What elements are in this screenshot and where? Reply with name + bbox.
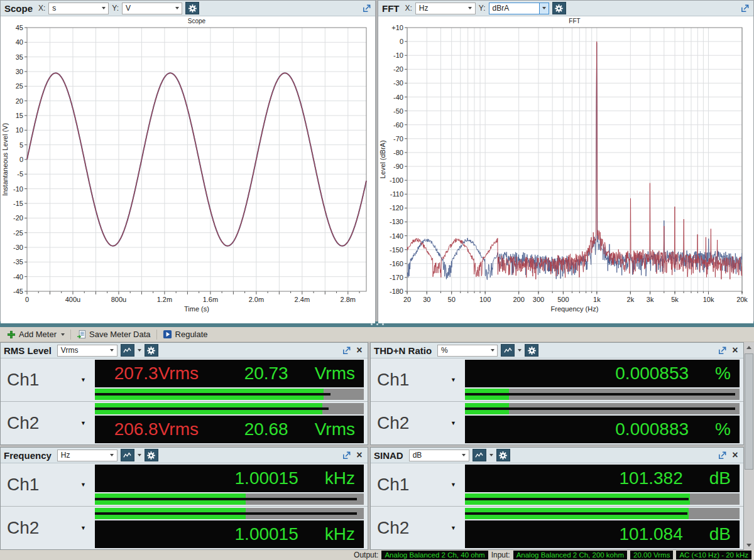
close-icon[interactable]: × xyxy=(354,450,364,460)
meter-graph-button[interactable] xyxy=(473,449,486,461)
channel-selector[interactable]: Ch1 ▼ xyxy=(1,358,94,401)
unit-select-value: Vrms xyxy=(61,346,79,355)
input-level-badge[interactable]: 20.00 Vrms xyxy=(630,551,673,559)
close-icon[interactable]: × xyxy=(354,345,364,355)
fft-x-unit-select[interactable]: Hz xyxy=(415,3,476,14)
close-icon[interactable]: × xyxy=(730,450,740,460)
channel-selector[interactable]: Ch1 ▼ xyxy=(1,463,94,506)
close-icon[interactable]: × xyxy=(730,345,740,355)
meter-unit: Vrms xyxy=(315,419,355,439)
svg-text:-10: -10 xyxy=(393,51,403,59)
svg-text:-20: -20 xyxy=(393,65,403,73)
regulate-button[interactable]: Regulate xyxy=(158,328,212,342)
settings-gear-button[interactable] xyxy=(552,2,566,14)
save-meter-data-button[interactable]: Save Meter Data xyxy=(72,328,155,342)
scope-y-unit-select[interactable]: V xyxy=(122,3,182,14)
channel-selector[interactable]: Ch2 ▼ xyxy=(1,507,94,549)
scrollbar-thumb[interactable] xyxy=(745,353,753,470)
channel-name: Ch2 xyxy=(377,413,409,433)
popout-icon[interactable] xyxy=(717,345,727,355)
meter-value: 0.000853 xyxy=(615,363,689,384)
meter-title: THD+N Ratio xyxy=(374,345,432,356)
scope-header: Scope X: s Y: V xyxy=(1,1,375,16)
level-bar xyxy=(95,389,364,400)
meter-display: 1.00015 kHz xyxy=(95,465,364,492)
save-data-icon xyxy=(77,330,86,339)
input-bandwidth-badge[interactable]: AC (<10 Hz) - 20 kHz xyxy=(676,551,751,559)
channel-selector[interactable]: Ch1 ▼ xyxy=(371,358,464,401)
svg-text:800u: 800u xyxy=(111,296,126,303)
popout-icon[interactable] xyxy=(361,3,371,13)
channel-name: Ch1 xyxy=(377,370,409,390)
scroll-down-arrow-icon[interactable] xyxy=(744,540,754,550)
scope-x-unit-select[interactable]: s xyxy=(48,3,109,14)
svg-text:20k: 20k xyxy=(736,296,748,303)
level-bar xyxy=(465,493,740,505)
chevron-down-icon: ▼ xyxy=(80,525,86,531)
meter-display: 101.084 dB xyxy=(465,520,740,548)
popout-icon[interactable] xyxy=(717,450,727,460)
meter-graph-button[interactable] xyxy=(121,344,134,357)
channel-selector[interactable]: Ch2 ▼ xyxy=(1,402,94,444)
meter-value: 20.68 xyxy=(244,419,288,439)
svg-text:20: 20 xyxy=(16,97,23,105)
chevron-down-icon: ▼ xyxy=(451,377,456,383)
settings-gear-button[interactable] xyxy=(496,449,510,461)
svg-text:-30: -30 xyxy=(13,244,23,251)
popout-icon[interactable] xyxy=(341,345,351,355)
vertical-scrollbar[interactable] xyxy=(744,342,754,550)
settings-gear-button[interactable] xyxy=(145,344,158,357)
channel-selector[interactable]: Ch2 ▼ xyxy=(371,507,464,549)
scroll-up-arrow-icon[interactable] xyxy=(744,342,754,352)
settings-gear-button[interactable] xyxy=(145,449,158,461)
meter-graph-button[interactable] xyxy=(501,344,515,357)
meter-unit: dB xyxy=(709,524,731,544)
svg-text:-110: -110 xyxy=(390,190,403,198)
channel-name: Ch1 xyxy=(7,370,39,390)
svg-text:0: 0 xyxy=(25,296,29,303)
svg-text:-150: -150 xyxy=(390,246,403,254)
svg-text:30: 30 xyxy=(423,296,430,303)
meter-value: 0.000883 xyxy=(615,419,689,439)
add-meter-label: Add Meter xyxy=(19,330,57,339)
svg-text:400u: 400u xyxy=(65,296,80,303)
svg-text:0: 0 xyxy=(19,156,23,163)
fft-y-unit-value: dBrA xyxy=(493,4,510,13)
svg-text:5k: 5k xyxy=(671,296,679,303)
meter-graph-button[interactable] xyxy=(121,449,134,461)
channel-name: Ch2 xyxy=(7,413,39,433)
freq-ch1-row: Ch1 ▼ 1.00015 kHz xyxy=(1,463,368,506)
unit-select[interactable]: Hz xyxy=(57,450,117,461)
channel-selector[interactable]: Ch1 ▼ xyxy=(371,463,464,506)
unit-select[interactable]: % xyxy=(437,345,498,357)
meter-panel-thdn-ratio: THD+N Ratio % × Ch1 ▼ xyxy=(370,342,744,445)
channel-selector[interactable]: Ch2 ▼ xyxy=(371,402,464,444)
unit-select-value: dB xyxy=(413,451,422,460)
svg-text:-40: -40 xyxy=(393,94,403,101)
scope-panel-title: Scope xyxy=(4,3,33,14)
popout-icon[interactable] xyxy=(740,3,750,13)
chevron-down-icon xyxy=(138,454,141,456)
input-config-badge[interactable]: Analog Balanced 2 Ch, 200 kohm xyxy=(513,551,627,559)
meter-panel-rms-level: RMS Level Vrms × Ch1 ▼ xyxy=(0,342,368,445)
svg-text:-120: -120 xyxy=(390,204,403,212)
chevron-down-icon xyxy=(459,450,469,461)
unit-select[interactable]: Vrms xyxy=(57,345,117,357)
chevron-down-icon: ▼ xyxy=(451,482,456,488)
settings-gear-button[interactable] xyxy=(525,344,538,357)
level-bar xyxy=(465,508,740,519)
svg-text:-80: -80 xyxy=(393,149,403,156)
svg-text:Frequency (Hz): Frequency (Hz) xyxy=(551,305,599,313)
fft-y-unit-select[interactable]: dBrA xyxy=(489,3,549,14)
output-config-badge[interactable]: Analog Balanced 2 Ch, 40 ohm xyxy=(381,551,488,559)
settings-gear-button[interactable] xyxy=(185,2,199,14)
unit-select[interactable]: dB xyxy=(409,450,469,461)
chevron-down-icon xyxy=(466,3,475,14)
svg-text:40: 40 xyxy=(16,38,23,46)
fft-x-axis-label: X: xyxy=(405,4,412,13)
svg-text:100: 100 xyxy=(479,296,491,303)
secondary-value: 206.8Vrms xyxy=(95,419,218,439)
meter-value: 1.00015 xyxy=(235,524,298,544)
add-meter-button[interactable]: Add Meter xyxy=(3,328,69,342)
popout-icon[interactable] xyxy=(341,450,351,460)
